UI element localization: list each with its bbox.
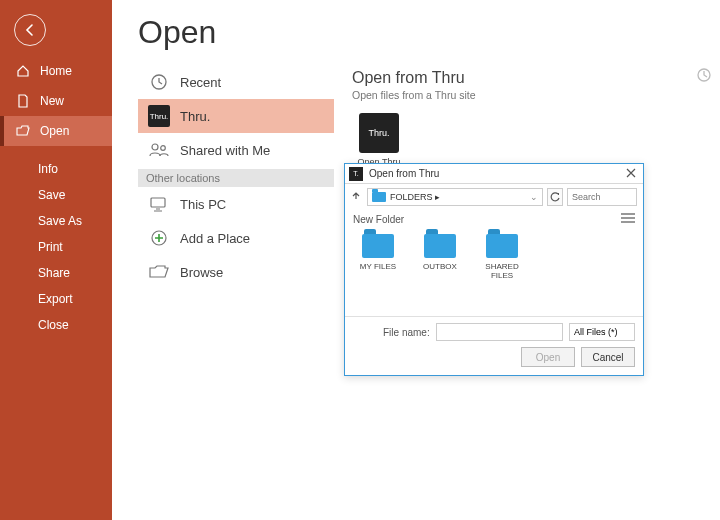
folder-icon bbox=[486, 234, 518, 258]
svg-point-2 bbox=[161, 146, 166, 151]
location-label: Add a Place bbox=[180, 231, 250, 246]
sidebar-label: Home bbox=[40, 64, 72, 78]
pc-icon bbox=[146, 196, 172, 212]
sidebar-item-info[interactable]: Info bbox=[0, 156, 112, 182]
file-icon bbox=[14, 94, 32, 108]
filename-label: File name: bbox=[383, 327, 430, 338]
folder-name: MY FILES bbox=[355, 262, 401, 271]
file-list: MY FILES OUTBOX SHARED FILES bbox=[345, 228, 643, 316]
location-label: Recent bbox=[180, 75, 221, 90]
folder-icon bbox=[424, 234, 456, 258]
dialog-open-button[interactable]: Open bbox=[521, 347, 575, 367]
folder-item[interactable]: OUTBOX bbox=[417, 232, 463, 271]
sidebar-item-save[interactable]: Save bbox=[0, 182, 112, 208]
location-add-place[interactable]: Add a Place bbox=[138, 221, 334, 255]
clock-icon bbox=[146, 73, 172, 91]
location-recent[interactable]: Recent bbox=[138, 65, 334, 99]
folder-icon bbox=[372, 192, 386, 202]
thru-icon: Thru. bbox=[146, 105, 172, 127]
location-label: This PC bbox=[180, 197, 226, 212]
add-place-icon bbox=[146, 229, 172, 247]
list-view-icon bbox=[621, 213, 635, 223]
dialog-nav: FOLDERS ▸ ⌄ bbox=[345, 184, 643, 210]
sidebar-label: New bbox=[40, 94, 64, 108]
backstage-sidebar: Home New Open Info Save Save As Print Sh… bbox=[0, 0, 112, 520]
svg-rect-3 bbox=[151, 198, 165, 207]
open-detail-panel: Open from Thru Open files from a Thru si… bbox=[334, 65, 720, 289]
sidebar-item-saveas[interactable]: Save As bbox=[0, 208, 112, 234]
open-locations-list: Recent Thru. Thru. Shared with Me Other … bbox=[138, 65, 334, 289]
location-thru[interactable]: Thru. Thru. bbox=[138, 99, 334, 133]
sidebar-item-home[interactable]: Home bbox=[0, 56, 112, 86]
folder-name: SHARED FILES bbox=[479, 262, 525, 280]
dialog-buttons: Open Cancel bbox=[345, 347, 643, 375]
refresh-button[interactable] bbox=[547, 188, 563, 206]
sidebar-label: Open bbox=[40, 124, 69, 138]
home-icon bbox=[14, 64, 32, 78]
dialog-app-icon: T. bbox=[349, 167, 363, 181]
sidebar-item-export[interactable]: Export bbox=[0, 286, 112, 312]
dialog-close-button[interactable] bbox=[623, 168, 639, 180]
folder-open-icon bbox=[146, 265, 172, 279]
location-browse[interactable]: Browse bbox=[138, 255, 334, 289]
pin-icon[interactable] bbox=[696, 67, 712, 86]
svg-point-1 bbox=[152, 144, 158, 150]
nav-up-button[interactable] bbox=[351, 191, 363, 203]
sidebar-item-print[interactable]: Print bbox=[0, 234, 112, 260]
arrow-up-icon bbox=[351, 191, 361, 201]
folder-item[interactable]: MY FILES bbox=[355, 232, 401, 271]
view-options-button[interactable] bbox=[621, 213, 635, 225]
location-label: Shared with Me bbox=[180, 143, 270, 158]
file-filter-select[interactable] bbox=[569, 323, 635, 341]
location-shared-with-me[interactable]: Shared with Me bbox=[138, 133, 334, 167]
folder-item[interactable]: SHARED FILES bbox=[479, 232, 525, 280]
dialog-cancel-button[interactable]: Cancel bbox=[581, 347, 635, 367]
sidebar-item-share[interactable]: Share bbox=[0, 260, 112, 286]
detail-subtitle: Open files from a Thru site bbox=[352, 89, 692, 101]
shared-icon bbox=[146, 142, 172, 158]
location-label: Thru. bbox=[180, 109, 210, 124]
page-title: Open bbox=[138, 14, 720, 51]
breadcrumb-bar[interactable]: FOLDERS ▸ ⌄ bbox=[367, 188, 543, 206]
refresh-icon bbox=[550, 192, 560, 202]
new-folder-button[interactable]: New Folder bbox=[353, 214, 404, 225]
close-icon bbox=[626, 168, 636, 178]
folder-open-icon bbox=[14, 125, 32, 137]
sidebar-item-close[interactable]: Close bbox=[0, 312, 112, 338]
sidebar-item-open[interactable]: Open bbox=[0, 116, 112, 146]
chevron-down-icon: ⌄ bbox=[530, 192, 538, 202]
dialog-titlebar: T. Open from Thru bbox=[345, 164, 643, 184]
dialog-search-input[interactable] bbox=[567, 188, 637, 206]
filename-input[interactable] bbox=[436, 323, 563, 341]
dialog-toolbar: New Folder bbox=[345, 210, 643, 228]
thru-tile-icon: Thru. bbox=[359, 113, 399, 153]
dialog-title: Open from Thru bbox=[369, 168, 623, 179]
back-button[interactable] bbox=[14, 14, 46, 46]
dialog-filename-row: File name: bbox=[345, 316, 643, 347]
back-arrow-icon bbox=[23, 23, 37, 37]
location-this-pc[interactable]: This PC bbox=[138, 187, 334, 221]
detail-title: Open from Thru bbox=[352, 69, 692, 87]
folder-name: OUTBOX bbox=[417, 262, 463, 271]
location-label: Browse bbox=[180, 265, 223, 280]
breadcrumb-text: FOLDERS ▸ bbox=[390, 192, 440, 202]
main-panel: Open Recent Thru. Thru. bbox=[112, 0, 720, 520]
folder-icon bbox=[362, 234, 394, 258]
file-open-dialog: T. Open from Thru FOLDERS ▸ bbox=[344, 163, 644, 376]
sidebar-item-new[interactable]: New bbox=[0, 86, 112, 116]
locations-divider: Other locations bbox=[138, 169, 334, 187]
open-thru-tile[interactable]: Thru. Open Thru bbox=[352, 113, 406, 167]
